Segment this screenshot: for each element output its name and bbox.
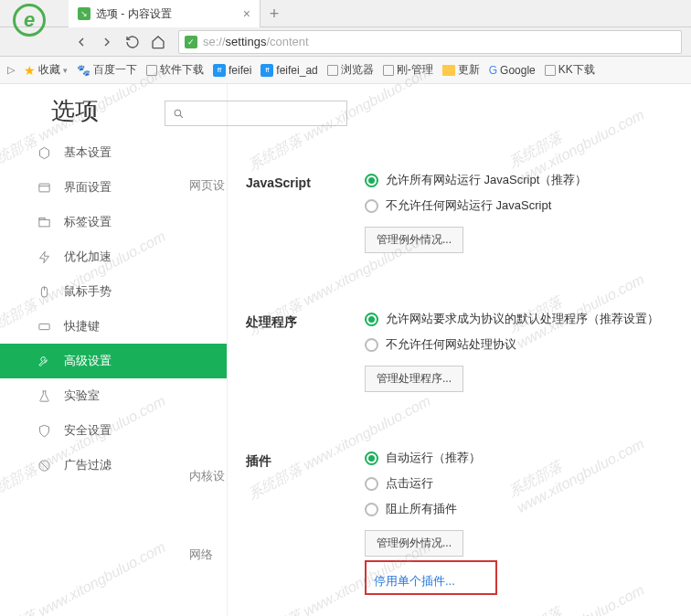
radio-plugin-auto[interactable]: 自动运行（推荐） <box>365 450 497 466</box>
sidebar-item-label: 高级设置 <box>64 353 112 369</box>
highlighted-box: 停用单个插件... <box>365 560 497 595</box>
radio-plugin-block[interactable]: 阻止所有插件 <box>365 501 497 517</box>
radio-icon <box>365 503 378 516</box>
bookmark-feifei-ad[interactable]: fffeifei_ad <box>260 64 317 77</box>
sidebar-item-label: 实验室 <box>64 388 100 404</box>
block-icon <box>37 458 51 473</box>
page-icon <box>545 65 556 76</box>
section-title-plugin: 插件 <box>246 453 271 470</box>
tab-favicon <box>78 7 90 20</box>
sidebar-item-label: 安全设置 <box>64 422 112 439</box>
tab-title: 选项 - 内容设置 <box>96 6 243 22</box>
star-icon: ★ <box>24 63 36 78</box>
svg-rect-6 <box>38 218 44 219</box>
mouse-icon <box>37 284 51 299</box>
bookmark-bar: ▷ ★收藏▾ 🐾百度一下 软件下载 fffeifei fffeifei_ad 浏… <box>0 57 691 84</box>
disable-plugin-link[interactable]: 停用单个插件... <box>374 573 455 589</box>
radio-handler-deny[interactable]: 不允许任何网站处理协议 <box>365 336 659 353</box>
favorites-button[interactable]: ★收藏▾ <box>24 62 68 78</box>
bookmark-kk[interactable]: KK下载 <box>545 62 595 78</box>
radio-handler-allow[interactable]: 允许网站要求成为协议的默认处理程序（推荐设置） <box>365 311 659 327</box>
bookmark-baidu[interactable]: 🐾百度一下 <box>77 62 137 78</box>
titlebar: 选项 - 内容设置 × + <box>0 0 691 27</box>
sidebar-item-lab[interactable]: 实验室 <box>0 378 227 413</box>
sidebar-item-keys[interactable]: 快捷键 <box>0 309 227 344</box>
page-icon <box>146 65 157 76</box>
bookmark-manage[interactable]: 刚-管理 <box>383 62 433 78</box>
content-area: 基本设置 界面设置 标签设置 优化加速 鼠标手势 快捷键 <box>0 84 691 616</box>
sidebar-item-tab[interactable]: 标签设置 <box>0 205 227 239</box>
navbar: se:// settings /content <box>0 27 691 57</box>
radio-js-allow[interactable]: 允许所有网站运行 JavaScript（推荐） <box>365 172 587 188</box>
section-label-core: 内核设 <box>189 468 225 484</box>
sidebar-item-optimize[interactable]: 优化加速 <box>0 239 227 274</box>
page-icon <box>383 65 394 76</box>
radio-icon <box>365 199 378 213</box>
sidebar-item-label: 界面设置 <box>64 179 112 196</box>
sidebar-item-label: 广告过滤 <box>64 457 112 473</box>
sidebar-item-label: 鼠标手势 <box>64 283 112 300</box>
bookmark-browser[interactable]: 浏览器 <box>327 62 374 78</box>
manage-plugin-exceptions-button[interactable]: 管理例外情况... <box>365 530 463 557</box>
folder-icon <box>442 65 455 76</box>
close-icon[interactable]: × <box>243 6 250 21</box>
sidebar-item-basic[interactable]: 基本设置 <box>0 135 227 170</box>
bookmark-update[interactable]: 更新 <box>442 62 480 78</box>
radio-icon <box>365 477 378 491</box>
browser-tab[interactable]: 选项 - 内容设置 × <box>69 0 260 27</box>
svg-rect-3 <box>38 184 48 192</box>
page-icon <box>327 65 338 76</box>
manage-js-exceptions-button[interactable]: 管理例外情况... <box>365 227 463 253</box>
reload-button[interactable] <box>120 29 145 55</box>
address-mid: settings <box>226 35 267 48</box>
svg-marker-2 <box>39 147 48 159</box>
wrench-icon <box>37 354 51 368</box>
search-icon <box>173 108 185 120</box>
section-title-handler: 处理程序 <box>246 314 297 331</box>
tab-icon <box>37 215 51 229</box>
bookmark-soft[interactable]: 软件下载 <box>146 62 204 78</box>
home-button[interactable] <box>145 29 171 55</box>
svg-rect-9 <box>38 324 48 329</box>
section-label-net: 网络 <box>189 547 213 563</box>
shield-icon <box>37 423 51 438</box>
address-suffix: /content <box>266 35 308 48</box>
bookmark-feifei[interactable]: fffeifei <box>213 64 251 77</box>
address-prefix: se:// <box>203 35 226 48</box>
expand-icon[interactable]: ▷ <box>7 64 15 76</box>
new-tab-button[interactable]: + <box>260 0 288 27</box>
sidebar-item-label: 优化加速 <box>64 249 112 265</box>
forward-button[interactable] <box>94 29 120 55</box>
svg-line-1 <box>180 115 183 118</box>
bookmark-google[interactable]: GGoogle <box>489 64 536 77</box>
site-icon: ff <box>260 64 273 77</box>
sidebar-item-mouse[interactable]: 鼠标手势 <box>0 274 227 309</box>
page-title: 选项 <box>51 95 99 127</box>
radio-js-deny[interactable]: 不允许任何网站运行 JavaScript <box>365 197 587 214</box>
sidebar-item-advanced[interactable]: 高级设置 <box>0 344 227 378</box>
paw-icon: 🐾 <box>77 64 90 77</box>
flask-icon <box>37 388 51 403</box>
radio-plugin-click[interactable]: 点击运行 <box>365 475 497 492</box>
radio-icon <box>365 313 378 326</box>
keyboard-icon <box>37 319 51 334</box>
radio-icon <box>365 451 378 465</box>
sidebar-item-label: 基本设置 <box>64 144 112 161</box>
window-icon <box>37 180 51 195</box>
svg-line-11 <box>40 462 48 470</box>
browser-logo <box>13 4 46 37</box>
radio-icon <box>365 338 378 352</box>
section-title-js: JavaScript <box>246 175 311 190</box>
google-icon: G <box>489 64 497 77</box>
radio-icon <box>365 174 378 187</box>
address-bar[interactable]: se:// settings /content <box>178 30 682 54</box>
gear-icon <box>37 145 51 160</box>
shield-icon <box>185 36 197 48</box>
back-button[interactable] <box>69 29 94 55</box>
section-label-web: 网页设 <box>189 177 225 194</box>
sidebar-item-security[interactable]: 安全设置 <box>0 413 227 448</box>
sidebar-item-label: 快捷键 <box>64 318 100 335</box>
manage-handlers-button[interactable]: 管理处理程序... <box>365 366 463 392</box>
site-icon: ff <box>213 64 226 77</box>
bolt-icon <box>37 250 51 264</box>
